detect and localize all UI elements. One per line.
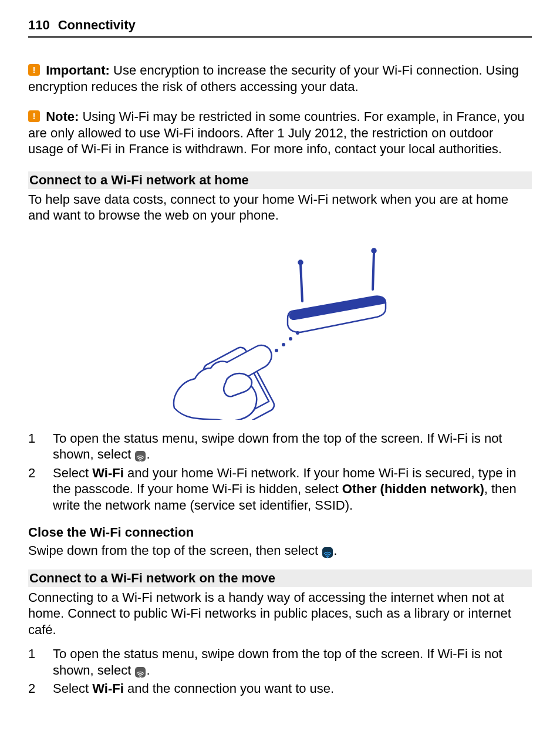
list-item: Select Wi-Fi and the connection you want… (28, 680, 532, 697)
svg-point-10 (275, 349, 278, 352)
section-heading-move: Connect to a Wi-Fi network on the move (28, 569, 532, 587)
step-text: Select (53, 681, 92, 696)
note-label: Note: (46, 109, 79, 124)
svg-point-8 (289, 337, 292, 341)
svg-point-1 (313, 323, 315, 326)
close-text-b: . (333, 543, 337, 558)
step-text: To open the status menu, swipe down from… (53, 431, 502, 462)
note-callout: ! Note: Using Wi-Fi may be restricted in… (28, 109, 532, 157)
section-heading-home: Connect to a Wi-Fi network at home (28, 171, 532, 189)
exclamation-icon: ! (28, 110, 40, 122)
page-number: 110 (28, 18, 50, 32)
wifi-bold: Wi-Fi (92, 466, 124, 480)
steps-home: To open the status menu, swipe down from… (28, 430, 532, 514)
sub-heading-close: Close the Wi-Fi connection (28, 525, 532, 540)
svg-line-3 (301, 264, 302, 301)
close-text-a: Swipe down from the top of the screen, t… (28, 543, 322, 558)
manual-page: 110Connectivity ! Important: Use encrypt… (0, 0, 560, 727)
svg-point-16 (140, 461, 141, 462)
svg-line-5 (373, 252, 374, 289)
svg-point-18 (140, 677, 141, 678)
step-text: To open the status menu, swipe down from… (53, 646, 502, 678)
svg-point-9 (282, 343, 285, 346)
important-label: Important: (46, 63, 110, 77)
page-header: 110Connectivity (28, 18, 532, 38)
step-text: . (146, 447, 150, 461)
other-hidden-bold: Other (hidden network) (342, 481, 484, 496)
section-move-intro: Connecting to a Wi-Fi network is a handy… (28, 589, 532, 638)
phone-router-illustration (28, 232, 532, 420)
close-text: Swipe down from the top of the screen, t… (28, 542, 532, 559)
svg-point-0 (308, 325, 311, 327)
section-home-intro: To help save data costs, connect to your… (28, 191, 532, 224)
wifi-icon (135, 667, 146, 678)
step-text: and the connection you want to use. (124, 681, 334, 696)
svg-point-17 (327, 557, 328, 558)
exclamation-icon: ! (28, 64, 40, 76)
step-text: Select (53, 466, 92, 480)
step-text: . (146, 663, 150, 678)
svg-point-6 (372, 248, 376, 252)
page-title: Connectivity (58, 18, 136, 32)
wifi-icon (135, 451, 146, 461)
svg-point-2 (318, 322, 320, 325)
list-item: To open the status menu, swipe down from… (28, 430, 532, 463)
svg-point-4 (299, 260, 303, 264)
note-text: Using Wi-Fi may be restricted in some co… (28, 109, 525, 156)
svg-point-7 (296, 331, 299, 335)
wifi-bold: Wi-Fi (92, 681, 124, 696)
list-item: Select Wi-Fi and your home Wi-Fi network… (28, 465, 532, 514)
wifi-on-icon (322, 547, 333, 558)
important-callout: ! Important: Use encryption to increase … (28, 62, 532, 95)
steps-move: To open the status menu, swipe down from… (28, 646, 532, 697)
list-item: To open the status menu, swipe down from… (28, 646, 532, 678)
